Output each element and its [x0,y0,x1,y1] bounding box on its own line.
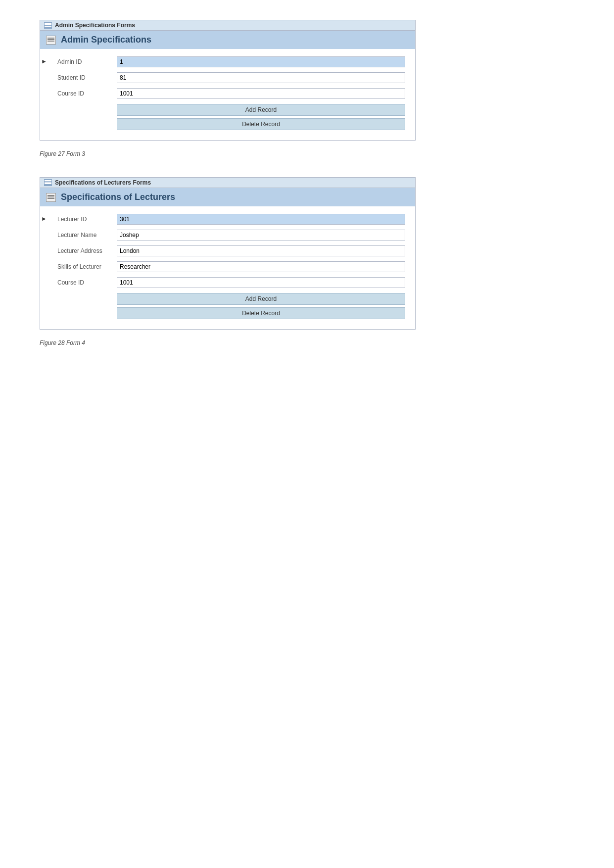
form2-title-bar: Specifications of Lecturers Forms [40,178,415,188]
form2-header: Specifications of Lecturers [40,188,415,206]
form2-input-lecturer-id[interactable] [117,214,405,225]
form1-label-admin-id: Admin ID [57,58,117,65]
form1-delete-button[interactable]: Delete Record [117,118,405,130]
form2-label-lecturer-address: Lecturer Address [57,247,117,254]
form1-window: Admin Specifications Forms Admin Specifi… [40,20,416,141]
form1-field-row-student-id: Student ID [57,72,405,83]
form1-body: ► Admin ID Student ID Course ID Add Reco… [40,49,415,140]
form2-input-lecturer-address[interactable] [117,245,405,256]
form2-field-row-course-id: Course ID [57,277,405,288]
form1-add-button[interactable]: Add Record [117,104,405,116]
form1-nav-arrow[interactable]: ► [41,58,47,65]
form2-label-skills: Skills of Lecturer [57,263,117,270]
form2-field-row-lecturer-address: Lecturer Address [57,245,405,256]
form2-body: ► Lecturer ID Lecturer Name Lecturer Add… [40,206,415,329]
form2-label-lecturer-id: Lecturer ID [57,216,117,223]
form2-add-button[interactable]: Add Record [117,293,405,305]
form1-caption: Figure 27 Form 3 [40,150,599,157]
form1-label-course-id: Course ID [57,90,117,97]
form1-input-admin-id[interactable] [117,56,405,67]
form2-button-row: Add Record Delete Record [117,293,405,319]
form1-input-course-id[interactable] [117,88,405,99]
form2-header-icon [46,193,56,202]
form2-label-lecturer-name: Lecturer Name [57,232,117,239]
form1-header-icon [46,36,56,45]
form2-input-course-id[interactable] [117,277,405,288]
form2-input-lecturer-name[interactable] [117,230,405,241]
form2-delete-button[interactable]: Delete Record [117,307,405,319]
form1-button-row: Add Record Delete Record [117,104,405,130]
form2-window: Specifications of Lecturers Forms Specif… [40,177,416,330]
form2-field-row-lecturer-id: Lecturer ID [57,214,405,225]
form2-title-icon [44,179,52,186]
form1-title-icon [44,22,52,29]
form1-input-student-id[interactable] [117,72,405,83]
form2-nav-arrow[interactable]: ► [41,215,47,222]
form1-field-row-course-id: Course ID [57,88,405,99]
form2-field-row-lecturer-name: Lecturer Name [57,230,405,241]
form1-title-label: Admin Specifications Forms [55,22,135,29]
form1-header: Admin Specifications [40,31,415,49]
form2-label-course-id: Course ID [57,279,117,286]
form2-title-label: Specifications of Lecturers Forms [55,179,151,186]
form2-field-row-skills: Skills of Lecturer [57,261,405,272]
form2-input-skills[interactable] [117,261,405,272]
form1-label-student-id: Student ID [57,74,117,81]
form1-title-bar: Admin Specifications Forms [40,20,415,31]
form2-header-title: Specifications of Lecturers [61,192,175,202]
form2-caption: Figure 28 Form 4 [40,339,599,346]
form1-field-row-admin-id: Admin ID [57,56,405,67]
form1-header-title: Admin Specifications [61,35,151,45]
